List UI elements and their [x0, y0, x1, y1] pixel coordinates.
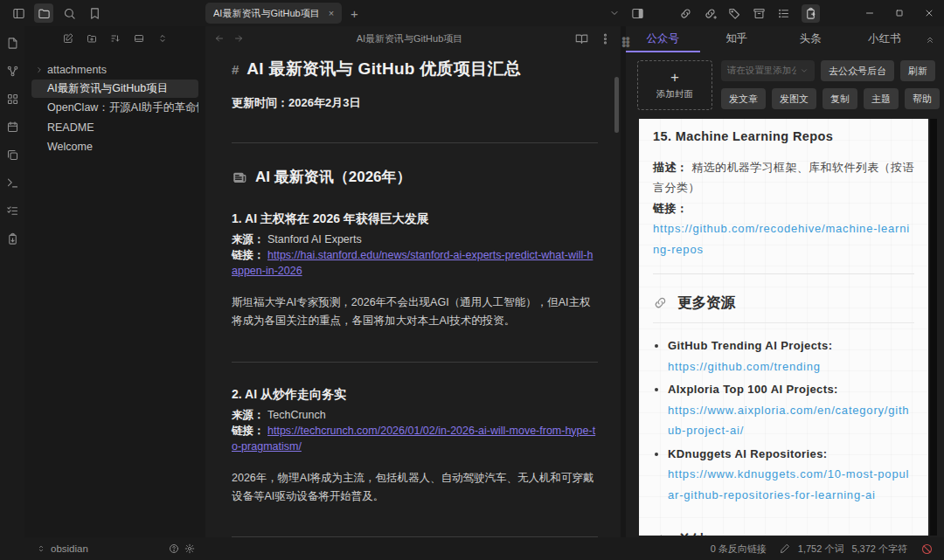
link-insert-icon[interactable] — [704, 7, 717, 20]
back-icon[interactable] — [214, 33, 225, 44]
copy-button[interactable]: 复制 — [823, 88, 857, 109]
add-cover-button[interactable]: + 添加封面 — [637, 60, 712, 110]
panel-layout-icon[interactable] — [134, 33, 144, 44]
edit-mode-icon[interactable] — [780, 543, 790, 554]
ribbon — [0, 26, 24, 537]
more-options-icon[interactable] — [599, 32, 612, 45]
refresh-button[interactable]: 刷新 — [900, 60, 935, 81]
file-item-active[interactable]: AI最新资讯与GitHub项目 — [31, 80, 198, 98]
bookmark-icon[interactable] — [85, 3, 104, 23]
tab-title: AI最新资讯与GitHub项目 — [213, 7, 320, 20]
char-count[interactable]: 5,372 个字符 — [851, 543, 907, 556]
archive-icon[interactable] — [753, 7, 766, 20]
divider — [653, 273, 914, 274]
word-count[interactable]: 1,752 个词 — [798, 543, 844, 556]
backend-button[interactable]: 去公众号后台 — [821, 60, 894, 81]
updated-line: 更新时间：2026年2月3日 — [232, 95, 598, 111]
status-bar: obsidian 0 条反向链接 1,752 个词 5,372 个字符 — [0, 537, 944, 560]
calendar-icon[interactable] — [6, 121, 19, 134]
divider — [232, 142, 598, 143]
divider — [232, 536, 598, 537]
drag-handle-icon[interactable]: ●●●●●● — [621, 37, 629, 47]
title-bar: AI最新资讯与GitHub项目 × + — [0, 0, 944, 26]
help-icon[interactable] — [169, 543, 179, 554]
theme-button[interactable]: 主题 — [864, 88, 899, 109]
news-source: TechCrunch — [267, 409, 326, 421]
tab-wechat[interactable]: 公众号 — [626, 26, 700, 52]
tab-list-chevron-icon[interactable] — [609, 8, 620, 18]
preview-link[interactable]: https://github.com/recodehive/machine-le… — [653, 218, 914, 259]
document-tab[interactable]: AI最新资讯与GitHub项目 × — [205, 3, 342, 24]
post-article-button[interactable]: 发文章 — [721, 88, 766, 109]
new-folder-icon[interactable] — [87, 33, 97, 44]
new-note-icon[interactable] — [63, 33, 73, 44]
right-sidebar-toggle-icon[interactable] — [631, 7, 644, 20]
publisher-toolbar: + 添加封面 请在设置里添加公... 去公众号后台 刷新 发文章 发图文 复制 … — [626, 52, 944, 115]
maximize-button[interactable] — [885, 0, 914, 26]
close-button[interactable] — [914, 0, 944, 26]
graph-view-icon[interactable] — [6, 65, 19, 78]
tab-xiaohongshu[interactable]: 小红书 — [848, 26, 922, 52]
left-sidebar-toggle-icon[interactable] — [9, 3, 28, 23]
heading-marker: # — [232, 62, 239, 77]
reading-mode-icon[interactable] — [575, 32, 588, 45]
vault-switcher[interactable]: obsidian — [24, 543, 205, 554]
page-title: AI 最新资讯与 GitHub 优质项目汇总 — [246, 58, 521, 80]
article-preview: 15. Machine Learning Repos 描述： 精选的机器学习框架… — [639, 119, 928, 536]
settings-gear-icon[interactable] — [184, 543, 195, 554]
view-header-title: AI最新资讯与GitHub项目 — [244, 32, 575, 45]
file-item[interactable]: README — [31, 118, 198, 136]
search-icon[interactable] — [59, 3, 79, 23]
editor-pane: AI最新资讯与GitHub项目 # AI 最新资讯与 GitHub 优质项目汇总… — [205, 26, 621, 537]
sort-icon[interactable] — [110, 33, 121, 44]
resource-list: GitHub Trending AI Projects: https://git… — [653, 336, 914, 505]
preview-scrollbar[interactable] — [930, 119, 937, 536]
tab-close-icon[interactable]: × — [329, 8, 334, 18]
news-body: 2026年，物理AI将成为主流，包括机器人、自动驾驶汽车、无人机和可穿戴设备等A… — [232, 469, 598, 505]
news-item: 1. AI 主权将在 2026 年获得巨大发展 来源： Stanford AI … — [232, 211, 598, 330]
collapse-all-icon[interactable] — [157, 33, 168, 44]
folder-attachments[interactable]: attachments — [31, 60, 198, 79]
chevron-right-icon — [35, 66, 44, 74]
account-select[interactable]: 请在设置里添加公... — [721, 60, 815, 81]
editor-scrollbar[interactable] — [614, 77, 619, 133]
news-link[interactable]: https://techcrunch.com/2026/01/02/in-202… — [232, 425, 595, 453]
clipboard-icon[interactable] — [802, 4, 820, 23]
list-icon[interactable] — [777, 7, 790, 20]
files-icon[interactable] — [34, 3, 53, 23]
file-item[interactable]: Welcome — [31, 137, 198, 156]
backlinks-count[interactable]: 0 条反向链接 — [711, 543, 767, 556]
publisher-panel: ●●●●●● 公众号 知乎 头条 小红书 + 添加封面 请在设置里添加公... — [621, 26, 944, 537]
link-add-icon[interactable] — [679, 7, 692, 20]
tab-toutiao[interactable]: 头条 — [774, 26, 848, 52]
news-title: 2. AI 从炒作走向务实 — [232, 387, 598, 403]
resource-link[interactable]: https://www.aixploria.com/en/category/gi… — [668, 400, 914, 441]
link-icon — [653, 295, 668, 310]
collapse-panel-icon[interactable] — [921, 26, 939, 52]
templates-icon[interactable] — [6, 149, 19, 162]
file-item[interactable]: OpenClaw：开源AI助手的革命性突破 — [31, 99, 198, 117]
sync-error-icon[interactable] — [920, 543, 934, 556]
resource-item: GitHub Trending AI Projects: https://git… — [668, 336, 914, 377]
list-checks-icon[interactable] — [6, 204, 19, 218]
news-body: 斯坦福大学AI专家预测，2026年不会出现AGI（通用人工智能），但AI主权将成… — [232, 294, 598, 329]
new-tab-button[interactable]: + — [351, 6, 358, 21]
new-note-icon[interactable] — [6, 37, 19, 50]
help-button[interactable]: 帮助 — [905, 88, 940, 109]
minimize-button[interactable] — [855, 0, 885, 26]
canvas-icon[interactable] — [6, 93, 19, 106]
resource-link[interactable]: https://github.com/trending — [668, 356, 914, 377]
tag-icon[interactable] — [728, 7, 741, 20]
editor-content[interactable]: # AI 最新资讯与 GitHub 优质项目汇总 更新时间：2026年2月3日 … — [205, 51, 621, 537]
resource-link[interactable]: https://www.kdnuggets.com/10-most-popula… — [668, 464, 914, 505]
terminal-icon[interactable] — [6, 176, 19, 190]
plus-icon: + — [670, 70, 679, 85]
editor-view-header: AI最新资讯与GitHub项目 — [205, 26, 621, 51]
tab-zhihu[interactable]: 知乎 — [700, 26, 774, 52]
clipboard-paste-icon[interactable] — [6, 232, 19, 245]
pushpin-icon — [653, 534, 668, 536]
news-link[interactable]: https://hai.stanford.edu/news/stanford-a… — [232, 249, 593, 277]
news-title: 1. AI 主权将在 2026 年获得巨大发展 — [232, 211, 598, 227]
post-image-button[interactable]: 发图文 — [772, 88, 816, 109]
forward-icon[interactable] — [233, 33, 244, 44]
